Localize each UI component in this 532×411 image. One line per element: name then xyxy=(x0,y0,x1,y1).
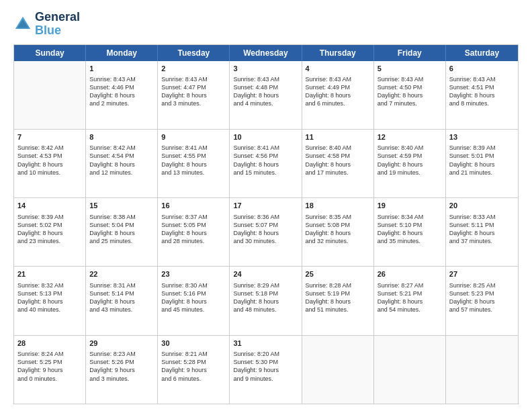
daylight-text-cont: and 32 minutes. xyxy=(306,237,370,245)
daylight-text: Daylight: 8 hours xyxy=(449,298,515,306)
daylight-text: Daylight: 8 hours xyxy=(89,91,154,99)
sunset-text: Sunset: 5:25 PM xyxy=(17,358,82,366)
sunset-text: Sunset: 5:04 PM xyxy=(89,221,154,229)
day-number: 29 xyxy=(89,338,154,349)
sunrise-text: Sunrise: 8:43 AM xyxy=(306,75,370,83)
calendar-day-cell: 16Sunrise: 8:37 AMSunset: 5:05 PMDayligh… xyxy=(158,198,230,266)
daylight-text-cont: and 57 minutes. xyxy=(449,306,515,314)
day-number: 5 xyxy=(378,64,442,74)
daylight-text-cont: and 4 minutes. xyxy=(233,99,298,107)
sunrise-text: Sunrise: 8:42 AM xyxy=(89,144,154,152)
day-number: 10 xyxy=(233,132,298,142)
daylight-text: Daylight: 8 hours xyxy=(233,298,298,306)
daylight-text: Daylight: 8 hours xyxy=(233,91,298,99)
day-number: 9 xyxy=(161,132,226,142)
daylight-text-cont: and 17 minutes. xyxy=(306,169,370,177)
calendar-day-cell: 9Sunrise: 8:41 AMSunset: 4:55 PMDaylight… xyxy=(158,130,230,197)
daylight-text: Daylight: 8 hours xyxy=(161,229,226,237)
sunset-text: Sunset: 4:53 PM xyxy=(17,152,82,160)
calendar-day-cell: 6Sunrise: 8:43 AMSunset: 4:51 PMDaylight… xyxy=(446,61,518,129)
daylight-text: Daylight: 8 hours xyxy=(306,229,370,237)
daylight-text: Daylight: 8 hours xyxy=(378,229,442,237)
sunset-text: Sunset: 5:16 PM xyxy=(161,289,226,298)
sunset-text: Sunset: 5:13 PM xyxy=(17,289,82,298)
daylight-text-cont: and 54 minutes. xyxy=(378,306,442,314)
daylight-text-cont: and 0 minutes. xyxy=(17,375,82,383)
sunrise-text: Sunrise: 8:42 AM xyxy=(17,144,82,152)
daylight-text-cont: and 12 minutes. xyxy=(89,169,154,177)
day-number: 11 xyxy=(306,132,370,142)
calendar-day-cell: 1Sunrise: 8:43 AMSunset: 4:46 PMDaylight… xyxy=(86,61,158,129)
daylight-text: Daylight: 9 hours xyxy=(17,366,82,374)
sunrise-text: Sunrise: 8:41 AM xyxy=(233,144,298,152)
daylight-text-cont: and 51 minutes. xyxy=(306,306,370,314)
daylight-text: Daylight: 8 hours xyxy=(378,161,442,169)
daylight-text-cont: and 37 minutes. xyxy=(449,237,515,245)
calendar-day-cell: 2Sunrise: 8:43 AMSunset: 4:47 PMDaylight… xyxy=(158,61,230,129)
daylight-text: Daylight: 8 hours xyxy=(89,229,154,237)
day-number: 24 xyxy=(233,269,298,279)
sunset-text: Sunset: 5:08 PM xyxy=(306,221,370,229)
calendar-week-row: 28Sunrise: 8:24 AMSunset: 5:25 PMDayligh… xyxy=(14,336,518,404)
sunrise-text: Sunrise: 8:24 AM xyxy=(17,350,82,358)
calendar-day-cell: 19Sunrise: 8:34 AMSunset: 5:10 PMDayligh… xyxy=(374,198,446,266)
daylight-text: Daylight: 9 hours xyxy=(89,366,154,374)
daylight-text-cont: and 48 minutes. xyxy=(233,306,298,314)
day-number: 22 xyxy=(89,269,154,279)
sunset-text: Sunset: 5:10 PM xyxy=(378,221,442,229)
sunrise-text: Sunrise: 8:20 AM xyxy=(233,350,298,358)
logo: General Blue xyxy=(13,11,80,38)
calendar-day-cell: 10Sunrise: 8:41 AMSunset: 4:56 PMDayligh… xyxy=(230,130,302,197)
daylight-text: Daylight: 8 hours xyxy=(161,298,226,306)
sunrise-text: Sunrise: 8:21 AM xyxy=(161,350,226,358)
day-number: 26 xyxy=(378,269,442,279)
daylight-text-cont: and 9 minutes. xyxy=(233,375,298,383)
calendar-day-cell: 28Sunrise: 8:24 AMSunset: 5:25 PMDayligh… xyxy=(14,336,86,404)
sunrise-text: Sunrise: 8:35 AM xyxy=(306,213,370,221)
daylight-text-cont: and 21 minutes. xyxy=(449,169,515,177)
calendar-day-cell: 12Sunrise: 8:40 AMSunset: 4:59 PMDayligh… xyxy=(374,130,446,197)
day-number: 17 xyxy=(233,201,298,211)
sunset-text: Sunset: 4:59 PM xyxy=(378,152,442,160)
calendar-day-cell: 8Sunrise: 8:42 AMSunset: 4:54 PMDaylight… xyxy=(86,130,158,197)
header: General Blue xyxy=(13,11,519,38)
day-number: 27 xyxy=(449,269,515,279)
day-number: 13 xyxy=(449,132,515,142)
daylight-text-cont: and 43 minutes. xyxy=(89,306,154,314)
daylight-text: Daylight: 8 hours xyxy=(161,91,226,99)
sunrise-text: Sunrise: 8:23 AM xyxy=(89,350,154,358)
daylight-text: Daylight: 9 hours xyxy=(233,366,298,374)
daylight-text-cont: and 8 minutes. xyxy=(449,99,515,107)
daylight-text: Daylight: 9 hours xyxy=(161,366,226,374)
daylight-text: Daylight: 8 hours xyxy=(89,298,154,306)
day-number: 18 xyxy=(306,201,370,211)
calendar-day-cell: 18Sunrise: 8:35 AMSunset: 5:08 PMDayligh… xyxy=(302,198,374,266)
sunrise-text: Sunrise: 8:30 AM xyxy=(161,281,226,289)
daylight-text: Daylight: 8 hours xyxy=(17,161,82,169)
calendar-day-cell: 23Sunrise: 8:30 AMSunset: 5:16 PMDayligh… xyxy=(158,267,230,334)
sunset-text: Sunset: 4:50 PM xyxy=(378,83,442,91)
daylight-text-cont: and 45 minutes. xyxy=(161,306,226,314)
sunset-text: Sunset: 5:23 PM xyxy=(449,289,515,298)
weekday-header: Thursday xyxy=(302,45,374,61)
calendar-day-cell: 4Sunrise: 8:43 AMSunset: 4:49 PMDaylight… xyxy=(302,61,374,129)
sunset-text: Sunset: 5:05 PM xyxy=(161,221,226,229)
day-number: 25 xyxy=(306,269,370,279)
day-number: 23 xyxy=(161,269,226,279)
sunrise-text: Sunrise: 8:43 AM xyxy=(449,75,515,83)
sunset-text: Sunset: 5:18 PM xyxy=(233,289,298,298)
daylight-text: Daylight: 8 hours xyxy=(306,298,370,306)
logo-icon xyxy=(13,15,32,34)
sunset-text: Sunset: 5:19 PM xyxy=(306,289,370,298)
day-number: 4 xyxy=(306,64,370,74)
calendar-week-row: 1Sunrise: 8:43 AMSunset: 4:46 PMDaylight… xyxy=(14,61,518,130)
sunrise-text: Sunrise: 8:33 AM xyxy=(449,213,515,221)
daylight-text-cont: and 15 minutes. xyxy=(233,169,298,177)
sunrise-text: Sunrise: 8:40 AM xyxy=(378,144,442,152)
sunset-text: Sunset: 5:01 PM xyxy=(449,152,515,160)
daylight-text-cont: and 35 minutes. xyxy=(378,237,442,245)
sunrise-text: Sunrise: 8:43 AM xyxy=(89,75,154,83)
day-number: 2 xyxy=(161,64,226,74)
sunset-text: Sunset: 5:07 PM xyxy=(233,221,298,229)
day-number: 12 xyxy=(378,132,442,142)
